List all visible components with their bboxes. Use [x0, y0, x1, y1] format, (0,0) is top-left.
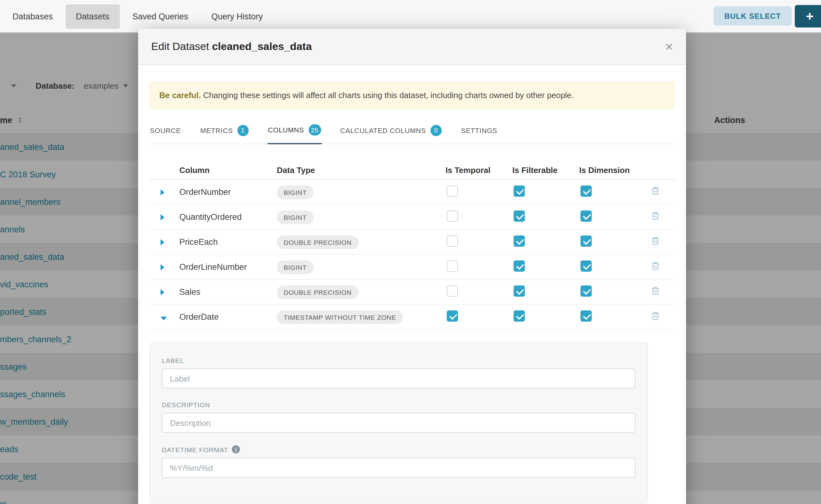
tab-calculated-columns[interactable]: CALCULATED COLUMNS0 — [339, 118, 442, 144]
column-row: Sales DOUBLE PRECISION — [149, 280, 675, 305]
delete-column-icon[interactable] — [651, 186, 660, 195]
description-input[interactable] — [162, 413, 636, 433]
tab-settings[interactable]: SETTINGS — [460, 118, 498, 144]
info-icon[interactable]: i — [232, 445, 240, 453]
column-name: OrderDate — [166, 312, 263, 322]
column-name: QuantityOrdered — [166, 212, 263, 222]
warning-banner: Be careful. Changing these settings will… — [149, 81, 675, 110]
delete-column-icon[interactable] — [651, 286, 660, 295]
expand-caret-icon[interactable] — [161, 239, 164, 245]
column-name: OrderNumber — [166, 187, 263, 197]
tab-badge: 25 — [308, 124, 321, 136]
column-name: Sales — [166, 287, 263, 297]
is-temporal-checkbox[interactable] — [447, 185, 458, 196]
is-temporal-checkbox[interactable] — [447, 235, 458, 246]
is-dimension-checkbox[interactable] — [581, 285, 592, 296]
column-name: PriceEach — [166, 237, 263, 247]
column-name: OrderLineNumber — [166, 262, 263, 272]
column-row: PriceEach DOUBLE PRECISION — [149, 230, 675, 255]
warning-bold: Be careful. — [159, 91, 201, 100]
warning-text: Changing these settings will affect all … — [201, 91, 574, 100]
datetime-format-input[interactable] — [162, 458, 636, 478]
nav-tab-databases[interactable]: Databases — [2, 4, 63, 28]
is-filterable-checkbox[interactable] — [514, 310, 525, 321]
column-row: OrderNumber BIGINT — [149, 180, 675, 205]
modal-title: Edit Dataset cleaned_sales_data — [151, 40, 312, 53]
is-temporal-checkbox[interactable] — [447, 310, 458, 321]
tab-columns[interactable]: COLUMNS25 — [267, 118, 322, 144]
nav-tab-datasets[interactable]: Datasets — [65, 4, 120, 28]
column-row: QuantityOrdered BIGINT — [149, 205, 675, 230]
is-dimension-checkbox[interactable] — [581, 185, 592, 196]
modal-tab-bar: SOURCE METRICS1 COLUMNS25 CALCULATED COL… — [149, 118, 675, 144]
dataset-name: cleaned_sales_data — [212, 40, 312, 52]
header-column: Column — [166, 165, 263, 175]
expand-caret-icon[interactable] — [161, 189, 164, 195]
description-field-label: DESCRIPTION — [162, 401, 636, 408]
is-filterable-checkbox[interactable] — [514, 235, 525, 246]
data-type-pill: BIGINT — [277, 210, 314, 224]
delete-column-icon[interactable] — [651, 261, 660, 270]
delete-column-icon[interactable] — [651, 211, 660, 220]
edit-dataset-modal: Edit Dataset cleaned_sales_data × Be car… — [138, 29, 686, 504]
column-row: OrderLineNumber BIGINT — [149, 255, 675, 280]
delete-column-icon[interactable] — [651, 311, 660, 320]
is-dimension-checkbox[interactable] — [581, 260, 592, 271]
expand-caret-icon[interactable] — [161, 264, 164, 270]
tab-metrics[interactable]: METRICS1 — [200, 118, 249, 144]
is-dimension-checkbox[interactable] — [581, 210, 592, 221]
data-type-pill: BIGINT — [277, 185, 314, 199]
data-type-pill: DOUBLE PRECISION — [277, 235, 358, 249]
is-dimension-checkbox[interactable] — [581, 235, 592, 246]
label-field-label: LABEL — [162, 357, 636, 364]
close-icon[interactable]: × — [665, 40, 673, 53]
data-type-pill: DOUBLE PRECISION — [277, 285, 358, 299]
header-is-dimension: Is Dimension — [579, 165, 646, 175]
is-filterable-checkbox[interactable] — [514, 285, 525, 296]
tab-source[interactable]: SOURCE — [149, 118, 181, 144]
expand-caret-icon[interactable] — [161, 289, 164, 295]
modal-header: Edit Dataset cleaned_sales_data × — [138, 29, 686, 65]
columns-table-header: Column Data Type Is Temporal Is Filterab… — [149, 161, 675, 180]
tab-badge: 0 — [430, 125, 442, 136]
is-filterable-checkbox[interactable] — [514, 210, 525, 221]
screen: Databases Datasets Saved Queries Query H… — [0, 0, 821, 504]
data-type-pill: BIGINT — [277, 260, 314, 274]
nav-tab-query-history[interactable]: Query History — [200, 4, 273, 28]
add-dataset-button[interactable]: + — [795, 5, 821, 27]
column-row: OrderDate TIMESTAMP WITHOUT TIME ZONE — [149, 305, 675, 330]
expand-caret-icon[interactable] — [161, 214, 164, 220]
is-temporal-checkbox[interactable] — [447, 285, 458, 296]
nav-tab-saved-queries[interactable]: Saved Queries — [122, 4, 199, 28]
datetime-format-field-label: DATETIME FORMAT i — [162, 445, 636, 453]
label-input[interactable] — [162, 368, 636, 388]
header-data-type: Data Type — [263, 165, 446, 175]
is-temporal-checkbox[interactable] — [447, 210, 458, 221]
is-filterable-checkbox[interactable] — [514, 260, 525, 271]
delete-column-icon[interactable] — [651, 236, 660, 245]
is-dimension-checkbox[interactable] — [581, 310, 592, 321]
header-is-filterable: Is Filterable — [512, 165, 579, 175]
column-detail-panel: LABEL DESCRIPTION DATETIME FORMAT i — [149, 342, 648, 503]
is-temporal-checkbox[interactable] — [447, 260, 458, 271]
header-is-temporal: Is Temporal — [446, 165, 512, 175]
modal-body: Be careful. Changing these settings will… — [138, 65, 686, 503]
tab-badge: 1 — [237, 125, 249, 136]
is-filterable-checkbox[interactable] — [514, 185, 525, 196]
bulk-select-button[interactable]: BULK SELECT — [714, 6, 792, 26]
data-type-pill: TIMESTAMP WITHOUT TIME ZONE — [277, 310, 403, 324]
columns-table: Column Data Type Is Temporal Is Filterab… — [149, 161, 675, 330]
top-nav: Databases Datasets Saved Queries Query H… — [0, 0, 821, 32]
